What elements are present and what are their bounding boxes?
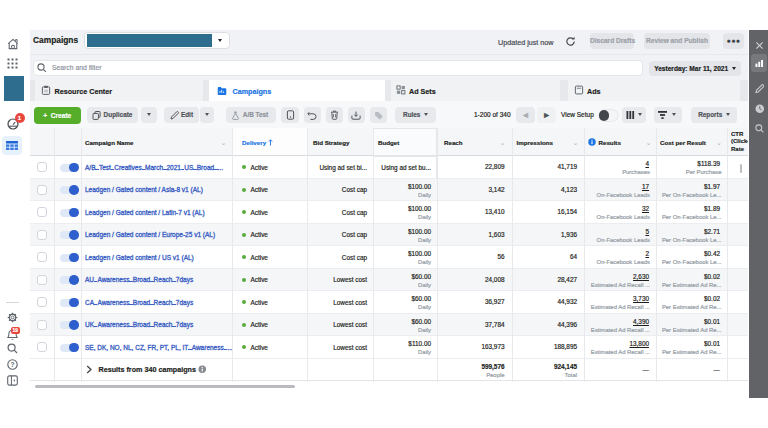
svg-text:?: ? [11, 361, 15, 368]
